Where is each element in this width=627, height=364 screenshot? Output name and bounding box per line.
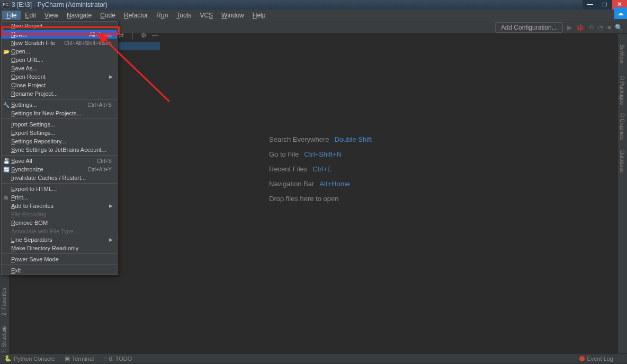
todo-tab[interactable]: ≡6: TODO (103, 356, 132, 362)
menu-item-label: Export Settings... (11, 130, 56, 136)
favorites-tab[interactable]: 2: Favorites (1, 288, 7, 315)
menu-help[interactable]: Help (248, 11, 270, 20)
file-menu-item-add-to-favorites[interactable]: Add to Favorites▶ (2, 202, 117, 210)
menu-item-icon: 🔄 (3, 167, 10, 172)
menu-item-label: Settings... (11, 102, 37, 108)
file-menu-item-save-all[interactable]: 💾Save AllCtrl+S (2, 157, 117, 165)
hint-gotofile-label: Go to File (269, 150, 299, 158)
file-menu-item-settings-for-new-projects[interactable]: Settings for New Projects... (2, 109, 117, 117)
file-menu-item-invalidate-caches-restart[interactable]: Invalidate Caches / Restart... (2, 174, 117, 182)
menu-item-label: Sync Settings to JetBrains Account... (11, 147, 106, 153)
menu-item-label: Associate with File Type... (11, 228, 78, 234)
menu-item-label: Save All (11, 158, 32, 164)
window-maximize-button[interactable]: □ (597, 0, 612, 10)
menu-refactor[interactable]: Refactor (120, 11, 152, 20)
menu-item-label: Power Save Mode (11, 256, 59, 262)
menu-code[interactable]: Code (96, 11, 120, 20)
run-icon[interactable]: ▶ (567, 24, 572, 31)
rpackages-tab[interactable]: R Packages (619, 76, 625, 105)
file-menu-item-settings[interactable]: 🔧Settings...Ctrl+Alt+S (2, 101, 117, 109)
hint-navbar-key: Alt+Home (319, 180, 350, 188)
file-menu-item-power-save-mode[interactable]: Power Save Mode (2, 255, 117, 263)
menu-item-shortcut: Ctrl+Alt+Y (87, 167, 112, 172)
menu-item-icon: 🖶 (3, 195, 8, 201)
menu-item-label: New Scratch File (11, 40, 55, 46)
file-menu-item-print[interactable]: 🖶Print... (2, 193, 117, 202)
menu-item-label: Remove BOM (11, 220, 48, 226)
menu-item-label: Import Settings... (11, 121, 55, 128)
menu-item-label: New Project... (11, 23, 47, 29)
file-menu-item-remove-bom[interactable]: Remove BOM (2, 219, 117, 227)
file-menu-dropdown: New Project...New...Alt+InsertNew Scratc… (1, 21, 118, 275)
file-menu-item-export-to-html[interactable]: Export to HTML... (2, 185, 117, 193)
run-with-coverage-icon[interactable]: ⟲ (588, 24, 594, 31)
menu-item-shortcut: Ctrl+Alt+S (87, 102, 112, 108)
terminal-icon: ▣ (65, 355, 70, 362)
menu-view[interactable]: View (40, 11, 62, 20)
menu-tools[interactable]: Tools (172, 11, 195, 20)
file-menu-item-save-as[interactable]: Save As... (2, 64, 117, 72)
file-menu-item-import-settings[interactable]: Import Settings... (2, 120, 117, 129)
menu-navigate[interactable]: Navigate (62, 11, 96, 20)
file-menu-item-make-directory-read-only[interactable]: Make Directory Read-only (2, 244, 117, 252)
menu-item-icon: 💾 (3, 158, 10, 164)
menu-window[interactable]: Window (217, 11, 248, 20)
window-minimize-button[interactable]: — (583, 0, 597, 10)
file-menu-item-file-encoding[interactable]: File Encoding (2, 210, 117, 219)
menu-item-label: Invalidate Caches / Restart... (11, 175, 86, 181)
menu-vcs[interactable]: VCS (195, 11, 217, 20)
file-menu-item-exit[interactable]: Exit (2, 266, 117, 275)
file-menu-item-export-settings[interactable]: Export Settings... (2, 129, 117, 137)
menu-item-label: Export to HTML... (11, 186, 57, 192)
submenu-arrow-icon: ▶ (109, 203, 113, 208)
menu-item-label: Synchronize (11, 166, 43, 172)
hide-panel-icon[interactable]: — (152, 32, 158, 39)
file-menu-item-new-project[interactable]: New Project... (2, 22, 117, 30)
menu-item-label: Settings Repository... (11, 138, 66, 144)
file-menu-item-open-recent[interactable]: Open Recent▶ (2, 72, 117, 81)
debug-icon[interactable]: 🐞 (576, 24, 584, 31)
file-menu-item-new-scratch-file[interactable]: New Scratch FileCtrl+Alt+Shift+Insert (2, 39, 117, 47)
menu-item-label: Save As... (11, 65, 38, 71)
file-menu-item-new[interactable]: New...Alt+Insert (2, 30, 117, 39)
hint-recent-label: Recent Files (269, 165, 307, 173)
menu-item-label: Open Recent (11, 74, 46, 80)
file-menu-item-open[interactable]: 📂Open... (2, 47, 117, 56)
rgraphics-tab[interactable]: R Graphics (619, 113, 625, 140)
menu-item-label: Close Project (11, 82, 46, 88)
cloud-sync-icon[interactable]: ☁ (614, 7, 627, 19)
file-menu-item-open-url[interactable]: Open URL... (2, 56, 117, 64)
menu-run[interactable]: Run (152, 11, 172, 20)
expand-icon[interactable]: ⇄ (119, 32, 124, 39)
terminal-tab[interactable]: ▣Terminal (65, 355, 94, 362)
file-menu-item-settings-repository[interactable]: Settings Repository... (2, 137, 117, 145)
file-menu-item-sync-settings-to-jetbrains-account[interactable]: Sync Settings to JetBrains Account... (2, 145, 117, 154)
file-menu-item-synchronize[interactable]: 🔄SynchronizeCtrl+Alt+Y (2, 165, 117, 174)
project-tool-buttons: ⇄ ⋮ ⚙ — (119, 32, 158, 39)
file-menu-item-associate-with-file-type[interactable]: Associate with File Type... (2, 227, 117, 235)
file-menu-item-line-separators[interactable]: Line Separators▶ (2, 235, 117, 244)
sciview-tab[interactable]: SciView (619, 44, 625, 63)
menu-item-icon: 🔧 (3, 102, 10, 108)
event-log-tab[interactable]: Event Log (579, 356, 613, 362)
collapse-icon[interactable]: ⋮ (129, 32, 136, 39)
window-titlebar: PC 3 [E:\3] - PyCharm (Administrator) — … (0, 0, 627, 10)
search-icon[interactable]: 🔍 (615, 24, 623, 31)
menu-item-label: Open URL... (11, 57, 43, 63)
profile-icon[interactable]: ◔ (598, 24, 603, 31)
file-menu-item-rename-project[interactable]: Rename Project... (2, 89, 117, 98)
python-console-tab[interactable]: 🐍Python Console (4, 355, 55, 362)
menu-item-shortcut: Ctrl+S (97, 158, 112, 164)
stop-icon[interactable]: ■ (607, 24, 611, 31)
menu-item-label: Make Directory Read-only (11, 245, 78, 251)
settings-gear-icon[interactable]: ⚙ (141, 32, 147, 39)
menu-file[interactable]: File (2, 11, 21, 20)
menu-item-shortcut: Ctrl+Alt+Shift+Insert (64, 40, 112, 46)
add-configuration-button[interactable]: Add Configuration... (495, 22, 563, 33)
database-tab[interactable]: Database (619, 150, 625, 173)
bottom-tool-bar: 🐍Python Console ▣Terminal ≡6: TODO Event… (0, 353, 627, 363)
menu-item-label: Add to Favorites (11, 203, 53, 209)
structure-tab[interactable]: 7: Structure (1, 326, 7, 353)
menu-edit[interactable]: Edit (21, 11, 40, 20)
file-menu-item-close-project[interactable]: Close Project (2, 81, 117, 89)
